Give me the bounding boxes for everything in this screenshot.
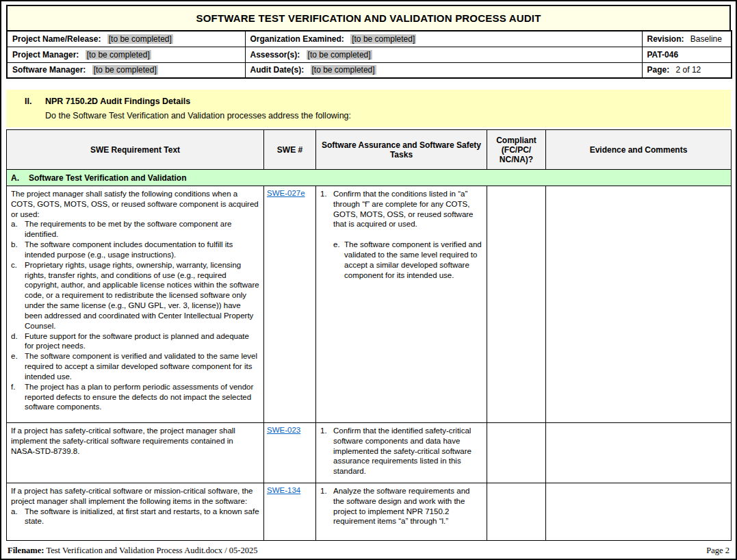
section-ii-number: II. (25, 97, 45, 106)
evidence-cell[interactable] (546, 483, 732, 541)
task-text: Confirm that the conditions listed in “a… (333, 189, 482, 229)
section-ii-header: II.NPR 7150.2D Audit Findings Details Do… (6, 90, 731, 127)
compliant-cell[interactable] (487, 483, 546, 541)
requirement-intro: If a project has safety-critical softwar… (11, 486, 259, 507)
requirement-item: f.The project has a plan to perform peri… (11, 382, 259, 412)
task-label: 1. (320, 189, 333, 229)
page-number-value: 2 of 12 (676, 65, 701, 75)
document-id: PAT-046 (647, 50, 679, 60)
item-label: d. (11, 331, 25, 352)
assessor-label: Assessor(s): (250, 50, 300, 60)
evidence-cell[interactable] (546, 423, 732, 483)
item-label: e. (11, 351, 25, 381)
task-text: Confirm that the identified safety-criti… (333, 426, 482, 476)
project-name-value[interactable]: [to be completed] (107, 34, 173, 44)
footer-page-number: Page 2 (706, 546, 729, 556)
col-header-requirement: SWE Requirement Text (7, 130, 264, 170)
filename-label: Filename: (8, 546, 44, 555)
requirement-item: a.The requirements to be met by the soft… (11, 219, 259, 240)
item-label: a. (11, 219, 25, 240)
requirement-item: e.The software component is verified and… (11, 351, 259, 381)
item-text: The software is initialized, at first st… (25, 507, 259, 527)
item-text: The software component is verified and v… (25, 351, 259, 381)
item-label: a. (11, 507, 25, 527)
item-text: The requirements to be met by the softwa… (25, 219, 259, 240)
task-sub-item: e.The software component is verified and… (333, 240, 482, 280)
col-header-compliant: Compliant (FC/PC/ NC/NA)? (487, 130, 546, 170)
task-label: 1. (320, 426, 333, 476)
requirement-intro: The project manager shall satisfy the fo… (11, 189, 259, 219)
section-a-title: Software Test Verification and Validatio… (29, 173, 187, 183)
requirement-item: a.The software is initialized, at first … (11, 507, 259, 527)
section-a-label: A. (11, 173, 29, 183)
section-a-row: A.Software Test Verification and Validat… (7, 170, 732, 186)
software-manager-value[interactable]: [to be completed] (92, 65, 158, 75)
task-item: 1.Confirm that the identified safety-cri… (320, 426, 482, 476)
project-manager-value[interactable]: [to be completed] (86, 50, 151, 60)
project-name-label: Project Name/Release: (12, 34, 101, 44)
info-row-3: Software Manager: [to be completed] Audi… (7, 62, 732, 78)
table-row: If a project has safety-critical softwar… (7, 423, 732, 483)
project-name-cell: Project Name/Release: [to be completed] (7, 31, 245, 47)
info-row-1: Project Name/Release: [to be completed] … (7, 31, 732, 47)
task-item: 1.Confirm that the conditions listed in … (320, 189, 482, 229)
task-text: The software component is verified and v… (344, 240, 482, 280)
item-label: c. (11, 260, 25, 331)
assessor-cell: Assessor(s): [to be completed] (245, 47, 642, 62)
item-text: Proprietary rights, usage rights, owners… (25, 260, 259, 331)
swe-number-cell: SWE-027e (264, 186, 316, 423)
audit-date-label: Audit Date(s): (250, 65, 305, 75)
page-number-label: Page: (647, 65, 670, 75)
evidence-cell[interactable] (546, 186, 732, 423)
revision-label: Revision: (647, 34, 684, 44)
requirement-item: c.Proprietary rights, usage rights, owne… (11, 260, 259, 331)
swe-link[interactable]: SWE-027e (267, 189, 305, 197)
revision-value: Baseline (690, 34, 722, 44)
table-row: If a project has safety-critical softwar… (7, 483, 732, 541)
table-row: The project manager shall satisfy the fo… (7, 186, 732, 423)
requirement-cell: If a project has safety-critical softwar… (7, 483, 264, 541)
requirement-item: d.Future support for the software produc… (11, 331, 259, 352)
assessor-value[interactable]: [to be completed] (307, 50, 372, 60)
task-text: Analyze the software requirements and th… (333, 486, 482, 526)
requirement-intro: If a project has safety-critical softwar… (11, 426, 259, 456)
filename-value: Test Verification and Validation Process… (46, 546, 257, 555)
organization-cell: Organization Examined: [to be completed] (245, 31, 642, 47)
section-ii-title: NPR 7150.2D Audit Findings Details (45, 97, 190, 106)
document-page: SOFTWARE TEST VERIFICATION AND VALIDATIO… (0, 0, 737, 560)
item-text: The project has a plan to perform period… (25, 382, 259, 412)
requirement-item: b.The software component includes docume… (11, 240, 259, 260)
swe-number-cell: SWE-134 (264, 483, 316, 541)
swe-link[interactable]: SWE-023 (267, 426, 300, 434)
sa-tasks-cell: 1.Confirm that the conditions listed in … (316, 186, 487, 423)
section-ii-subheading: Do the Software Test Verification and Va… (45, 111, 731, 120)
sa-tasks-cell: 1.Analyze the software requirements and … (316, 483, 487, 541)
swe-link[interactable]: SWE-134 (267, 486, 300, 494)
page-footer: Filename: Test Verification and Validati… (6, 541, 731, 556)
item-label: b. (11, 240, 25, 260)
audit-date-cell: Audit Date(s): [to be completed] (245, 62, 642, 78)
compliant-cell[interactable] (487, 423, 546, 483)
item-text: Future support for the software product … (25, 331, 259, 352)
sa-tasks-cell: 1.Confirm that the identified safety-cri… (316, 423, 487, 483)
page-number-cell: Page: 2 of 12 (642, 62, 732, 78)
compliant-cell[interactable] (487, 186, 546, 423)
requirement-cell: The project manager shall satisfy the fo… (7, 186, 264, 423)
audit-findings-table: SWE Requirement Text SWE # Software Assu… (6, 129, 732, 541)
requirement-cell: If a project has safety-critical softwar… (7, 423, 264, 483)
audit-date-value[interactable]: [to be completed] (311, 65, 376, 75)
document-info-table: Project Name/Release: [to be completed] … (6, 30, 732, 79)
swe-number-cell: SWE-023 (264, 423, 316, 483)
project-manager-label: Project Manager: (12, 50, 79, 60)
document-title: SOFTWARE TEST VERIFICATION AND VALIDATIO… (6, 5, 731, 30)
table-header-row: SWE Requirement Text SWE # Software Assu… (7, 130, 732, 170)
section-ii-heading-line: II.NPR 7150.2D Audit Findings Details (6, 97, 731, 106)
organization-value[interactable]: [to be completed] (350, 34, 416, 44)
software-manager-cell: Software Manager: [to be completed] (7, 62, 245, 78)
software-manager-label: Software Manager: (12, 65, 86, 75)
col-header-evidence: Evidence and Comments (546, 130, 732, 170)
revision-cell: Revision: Baseline (642, 31, 732, 47)
task-label: e. (333, 240, 344, 280)
document-id-cell: PAT-046 (642, 47, 732, 62)
organization-label: Organization Examined: (250, 34, 344, 44)
